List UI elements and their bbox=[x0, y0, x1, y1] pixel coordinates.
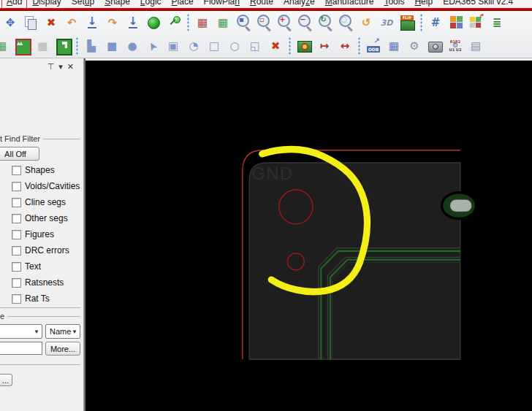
snapshot-camera-icon[interactable] bbox=[426, 37, 444, 55]
find-filter-panel: ⊤ ▾ ✕ t Find Filter All Off ShapesVoids/… bbox=[0, 58, 84, 411]
tools-wrench-icon[interactable]: ⚙ bbox=[406, 37, 423, 55]
find-filter-row: Text bbox=[12, 261, 41, 272]
panel-close-icon[interactable]: ✕ bbox=[67, 63, 74, 71]
find-by-type-dropdown[interactable]: ▼ bbox=[0, 324, 42, 339]
find-filter-row: Figures bbox=[12, 228, 54, 240]
rename-refdes-icon[interactable]: R1R2⚙U1 U2 bbox=[446, 37, 464, 55]
panel-title-bar: ⊤ ▾ ✕ bbox=[0, 60, 83, 73]
shape-copy-icon[interactable]: ▣ bbox=[164, 37, 182, 55]
board-check-icon[interactable] bbox=[295, 37, 313, 55]
checkbox-drc-errors[interactable] bbox=[12, 246, 21, 256]
checkbox-ratsnests[interactable] bbox=[12, 278, 21, 288]
redo-icon[interactable]: ↷ bbox=[104, 13, 121, 32]
shape-delete-icon[interactable]: ✖ bbox=[267, 37, 284, 55]
find-by-name-input[interactable] bbox=[0, 342, 42, 355]
checkbox-label: Shapes bbox=[25, 165, 55, 175]
find-filter-title: t Find Filter bbox=[0, 134, 40, 143]
zoom-in-icon[interactable]: + bbox=[276, 13, 293, 32]
copy-icon[interactable] bbox=[22, 13, 39, 32]
copper-pour-shape[interactable] bbox=[249, 163, 460, 359]
shape-blank-icon[interactable]: ■ bbox=[34, 37, 51, 55]
find-filter-row: Ratsnests bbox=[12, 277, 64, 288]
shape-clip-icon[interactable]: ▦ bbox=[0, 37, 10, 55]
shape-green-icon[interactable] bbox=[54, 37, 72, 55]
group-divider bbox=[0, 364, 80, 365]
checkbox-text[interactable] bbox=[12, 262, 21, 272]
circle-add-icon[interactable]: ● bbox=[123, 37, 141, 55]
all-off-button[interactable]: All Off bbox=[0, 147, 39, 161]
panel-menu-icon[interactable]: ▾ bbox=[58, 63, 63, 71]
zoom-fit-icon[interactable]: ▫ bbox=[255, 13, 273, 32]
net-label-gnd[interactable]: GND bbox=[251, 164, 293, 183]
view-3d-icon[interactable]: 3D bbox=[378, 13, 395, 32]
rect-add-icon[interactable]: ■ bbox=[103, 37, 121, 55]
circle-outline-icon[interactable]: ○ bbox=[226, 37, 243, 55]
checkbox-label: Other segs bbox=[25, 213, 68, 223]
toolbar-row-2: ▦■▙■●➤▣◔□○◱✖↦↔▦⚙R1R2⚙U1 U2▤ bbox=[0, 34, 532, 58]
group-divider bbox=[0, 307, 80, 308]
layer-stack-icon[interactable]: ≣ bbox=[488, 13, 506, 32]
pin-icon[interactable] bbox=[165, 13, 183, 32]
checkbox-cline-segs[interactable] bbox=[12, 198, 21, 207]
board-flip-icon[interactable] bbox=[398, 13, 416, 32]
shape-corner-icon[interactable]: ◱ bbox=[246, 37, 264, 55]
checkbox-figures[interactable] bbox=[12, 230, 21, 239]
undo-icon[interactable]: ↶ bbox=[63, 13, 80, 32]
zoom-redraw-icon[interactable]: ↻ bbox=[316, 13, 334, 32]
view-undo-icon[interactable]: ↺ bbox=[357, 13, 375, 32]
toolbar-area: ✥✖↶↓↷↓▦▦▪▫+−↻◌↺3D#≣ ▦■▙■●➤▣◔□○◱✖↦↔▦⚙R1R2… bbox=[0, 11, 532, 58]
find-by-name-label: e bbox=[0, 312, 4, 320]
rect-outline-icon[interactable]: □ bbox=[205, 37, 223, 55]
report-list-icon[interactable]: ▤ bbox=[467, 37, 484, 55]
zoom-points-icon[interactable]: ▪ bbox=[235, 13, 252, 32]
name-mode-dropdown[interactable]: Name ▼ bbox=[45, 324, 80, 339]
descend-alt-icon[interactable]: ↓ bbox=[124, 13, 142, 32]
checkbox-rat-ts[interactable] bbox=[12, 294, 21, 304]
toolbar-separator bbox=[75, 37, 80, 55]
move-icon[interactable]: ✥ bbox=[1, 13, 19, 32]
measure-dim-icon[interactable]: ↔ bbox=[336, 37, 354, 55]
panel-pin-icon[interactable]: ⊤ bbox=[48, 63, 55, 71]
toolbar-separator bbox=[419, 14, 424, 31]
toolbar-separator bbox=[287, 37, 292, 55]
checkbox-label: Voids/Cavities bbox=[25, 181, 80, 191]
checkbox-voids-cavities[interactable] bbox=[12, 182, 21, 191]
grid-toggle-icon[interactable]: # bbox=[427, 13, 444, 32]
checkbox-label: DRC errors bbox=[25, 245, 69, 256]
odb-export-icon[interactable] bbox=[365, 37, 382, 55]
toolbar-row-1: ✥✖↶↓↷↓▦▦▪▫+−↻◌↺3D#≣ bbox=[0, 11, 532, 34]
arc-tool-icon[interactable]: ◔ bbox=[185, 37, 202, 55]
pad-table-icon[interactable]: ▦ bbox=[385, 37, 403, 55]
polygon-add-icon[interactable]: ▙ bbox=[83, 37, 100, 55]
find-filter-row: Shapes bbox=[12, 164, 55, 176]
checkbox-label: Ratsnests bbox=[25, 277, 64, 288]
find-filter-group-header: t Find Filter bbox=[0, 134, 80, 143]
pcb-editor-window: AddDisplaySetupShapeLogicPlaceFlowPlanRo… bbox=[0, 0, 532, 411]
design-green-icon[interactable]: ▦ bbox=[214, 13, 232, 32]
color-dialog-icon[interactable] bbox=[447, 13, 465, 32]
measure-min-icon[interactable]: ↦ bbox=[316, 37, 333, 55]
zoom-selection-icon[interactable]: ◌ bbox=[337, 13, 354, 32]
design-canvas[interactable]: GND bbox=[86, 61, 532, 411]
browse-button[interactable]: ... bbox=[0, 374, 12, 386]
find-filter-row: Rat Ts bbox=[12, 293, 50, 304]
checkbox-other-segs[interactable] bbox=[12, 214, 21, 223]
chevron-down-icon: ▼ bbox=[72, 329, 77, 335]
select-tool-icon[interactable]: ➤ bbox=[144, 37, 162, 55]
find-by-name-group-header: e bbox=[0, 312, 80, 320]
checkbox-label: Figures bbox=[25, 229, 54, 239]
checkbox-label: Text bbox=[25, 261, 41, 272]
color-visibility-icon[interactable] bbox=[468, 13, 485, 32]
chevron-down-icon: ▼ bbox=[34, 329, 39, 335]
design-red-icon[interactable]: ▦ bbox=[194, 13, 211, 32]
zoom-out-icon[interactable]: − bbox=[296, 13, 314, 32]
delete-icon[interactable]: ✖ bbox=[42, 13, 60, 32]
checkbox-shapes[interactable] bbox=[12, 166, 21, 175]
find-filter-row: DRC errors bbox=[12, 245, 69, 256]
world-icon[interactable] bbox=[145, 13, 162, 32]
descend-icon[interactable]: ↓ bbox=[83, 13, 101, 32]
more-button[interactable]: More... bbox=[45, 342, 80, 356]
shape-edit-icon[interactable] bbox=[13, 37, 31, 55]
find-filter-row: Cline segs bbox=[12, 196, 66, 208]
find-filter-row: Voids/Cavities bbox=[12, 180, 80, 192]
